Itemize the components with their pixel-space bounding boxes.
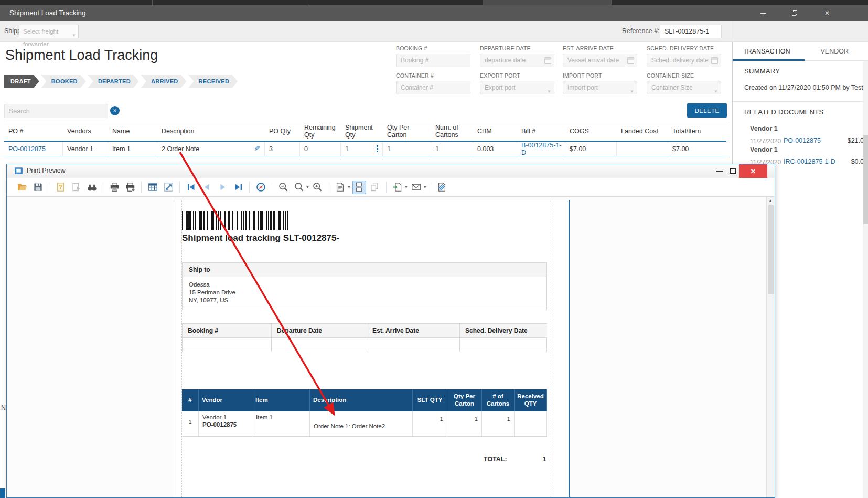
column-header[interactable]: Landed Cost [617, 122, 668, 142]
placeholder-text: departure date [485, 57, 526, 64]
status-steps: DRAFT BOOKED DEPARTED ARRIVED RECEIVED [4, 75, 239, 88]
close-button[interactable]: ✕ [817, 5, 838, 21]
tab-vendor[interactable]: VENDOR [801, 42, 868, 60]
items-col-header: Qty Per Carton [447, 389, 482, 411]
chevron-down-icon[interactable]: ▼ [347, 185, 351, 189]
fit-to-window-icon[interactable] [162, 181, 175, 194]
column-header[interactable]: Description [157, 122, 265, 142]
export-icon[interactable] [391, 181, 404, 194]
column-header[interactable]: Total/Item [668, 122, 726, 142]
scrollbar-thumb[interactable] [768, 205, 774, 294]
shipper-dropdown-value: Select freight forwarder [23, 28, 58, 47]
edit-pencil-icon[interactable]: ✎ [254, 144, 260, 153]
tab-divider [611, 0, 612, 5]
cell-po-qty: 3 [265, 142, 300, 157]
address-line: 15 Perlman Drive [189, 289, 540, 296]
chevron-down-icon[interactable]: ▼ [404, 185, 408, 189]
import-port-select[interactable]: Import port▼ [563, 81, 637, 94]
sched-delivery-date-input[interactable]: Sched. delivery date [647, 54, 721, 67]
minimize-button[interactable] [753, 5, 774, 21]
next-page-icon[interactable] [216, 181, 229, 194]
dialog-minimize-button[interactable] [716, 171, 723, 172]
reference-input[interactable]: SLT-0012875-1 [660, 25, 722, 38]
print-options-icon[interactable] [123, 181, 137, 194]
items-cell-description: Order Note 1: Order Note2 [310, 411, 413, 437]
step-draft[interactable]: DRAFT [4, 75, 39, 88]
step-received[interactable]: RECEIVED [188, 75, 238, 88]
panel-scrollbar[interactable] [863, 61, 868, 498]
more-options-icon[interactable] [377, 145, 378, 152]
cell-name: Item 1 [108, 142, 157, 157]
column-header[interactable]: CBM [473, 122, 517, 142]
departure-date-input[interactable]: departure date [480, 54, 554, 67]
column-header[interactable]: Remaining Qty [300, 122, 341, 142]
cell-bill-link[interactable]: B-0012875-1-D [517, 142, 565, 157]
browser-tab-strip[interactable] [0, 0, 868, 5]
column-header[interactable]: Qty Per Carton [383, 122, 431, 142]
zoom-tool-icon[interactable] [292, 181, 306, 194]
search-input[interactable] [4, 104, 108, 118]
zoom-in-icon[interactable] [311, 181, 325, 194]
tab-transaction[interactable]: TRANSACTION [733, 42, 801, 60]
last-page-icon[interactable] [231, 181, 245, 194]
column-header[interactable]: Name [108, 122, 157, 142]
print-icon[interactable] [108, 181, 121, 194]
chevron-down-icon[interactable]: ▼ [423, 185, 427, 189]
booking-number-label: BOOKING # [396, 45, 470, 51]
dialog-maximize-button[interactable] [730, 168, 736, 174]
booking-number-input[interactable]: Booking # [396, 54, 470, 67]
column-header[interactable]: Bill # [517, 122, 565, 142]
active-tab-segment[interactable] [483, 0, 611, 5]
dialog-close-button[interactable]: ✕ [739, 164, 767, 178]
document-help-icon[interactable]: ? [53, 181, 67, 194]
page-setup-icon[interactable] [334, 181, 347, 194]
delete-button[interactable]: DELETE [687, 103, 727, 118]
chevron-down-icon[interactable]: ▼ [306, 185, 309, 189]
step-departed[interactable]: DEPARTED [88, 75, 139, 88]
cell-shipment-qty[interactable]: 1 [341, 142, 383, 157]
clipped-text-fragment: N [1, 404, 6, 411]
ship-to-label: Ship to [183, 263, 546, 277]
column-header[interactable]: Shipment Qty [341, 122, 383, 142]
open-file-icon[interactable] [15, 181, 29, 194]
email-icon[interactable] [410, 181, 423, 194]
related-documents-title: RELATED DOCUMENTS [744, 108, 823, 116]
barcode [182, 211, 290, 230]
shipper-dropdown[interactable]: Select freight forwarder ▼ [19, 25, 79, 38]
container-number-input[interactable]: Container # [396, 81, 470, 94]
preview-scrollbar[interactable]: ▲ [766, 197, 775, 497]
previous-page-icon[interactable] [200, 181, 213, 194]
scrollbar-thumb[interactable] [863, 135, 868, 224]
cell-remaining-qty: 0 [300, 142, 341, 157]
column-header[interactable]: Num. of Cartons [431, 122, 473, 142]
save-icon[interactable] [31, 181, 45, 194]
import-port-label: IMPORT PORT [563, 72, 637, 79]
cell-description[interactable]: 2 Order Note✎ [157, 142, 265, 157]
page-margins-icon[interactable] [146, 181, 159, 194]
column-header[interactable]: PO # [4, 122, 63, 142]
column-header[interactable]: COGS [565, 122, 617, 142]
related-doc-link[interactable]: PO-0012875 [784, 137, 821, 144]
document-page: Shipment load tracking SLT-0012875- Ship… [174, 200, 570, 497]
column-header[interactable]: PO Qty [265, 122, 300, 142]
est-arrive-date-input[interactable]: Vessel arrival date [563, 54, 637, 67]
hand-tool-icon[interactable] [254, 181, 267, 194]
step-arrived[interactable]: ARRIVED [141, 75, 187, 88]
export-port-select[interactable]: Export port▼ [480, 81, 554, 94]
find-icon[interactable] [85, 181, 99, 194]
container-size-select[interactable]: Container Size▼ [647, 81, 721, 94]
print-preview-icon [14, 166, 23, 175]
cell-po-link[interactable]: PO-0012875 [4, 142, 63, 157]
clear-search-icon[interactable]: ✕ [110, 106, 120, 115]
chevron-down-icon: ▼ [547, 86, 551, 94]
first-page-icon[interactable] [184, 181, 198, 194]
restore-button[interactable] [784, 5, 805, 21]
related-doc-link[interactable]: IRC-0012875-1-D [784, 158, 835, 165]
continuous-view-icon[interactable] [352, 181, 366, 194]
column-header[interactable]: Vendors [63, 122, 108, 142]
step-booked[interactable]: BOOKED [41, 75, 86, 88]
scroll-up-icon[interactable]: ▲ [768, 198, 773, 203]
watermark-icon[interactable] [435, 181, 449, 194]
zoom-out-icon[interactable] [276, 181, 290, 194]
chevron-down-icon: ▼ [714, 86, 718, 94]
